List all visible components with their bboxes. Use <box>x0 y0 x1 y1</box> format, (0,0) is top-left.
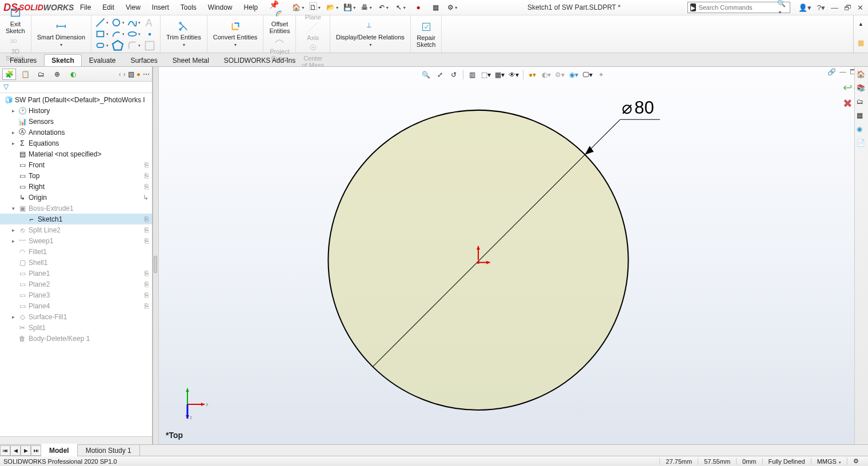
status-units[interactable]: MMGS ▾ <box>811 458 847 465</box>
ellipse-tool[interactable]: ▾ <box>127 29 141 39</box>
point-tool[interactable] <box>143 29 157 39</box>
tab-sheetmetal[interactable]: Sheet Metal <box>165 54 217 66</box>
expand-icon[interactable]: ▸ <box>10 108 16 114</box>
expand-icon[interactable]: ▸ <box>10 140 16 146</box>
line-tool[interactable]: ▾ <box>95 18 109 28</box>
offset-entities-button[interactable]: Offset Entities <box>267 7 292 34</box>
polygon-tool[interactable] <box>111 41 125 51</box>
user-icon[interactable]: 👤▾ <box>798 3 811 12</box>
tree-row[interactable]: ▸🗑Body-Delete/Keep 1 <box>0 333 152 344</box>
tab-first-icon[interactable]: ⏮ <box>0 445 10 456</box>
tree-root[interactable]: 🧊 SW Part (Default<<Default>_PhotoWorks … <box>0 94 152 105</box>
display-state-icon[interactable]: ⎘ <box>145 161 149 169</box>
circle-tool[interactable]: ▾ <box>111 18 125 28</box>
search-commands[interactable]: ▶ 🔍▼ <box>687 2 790 13</box>
panel-back-icon[interactable]: ‹ <box>119 70 121 78</box>
tree-row[interactable]: ▾▣Boss-Extrude1 <box>0 203 152 214</box>
home-button[interactable]: 🏠▼ <box>290 1 306 14</box>
tab-evaluate[interactable]: Evaluate <box>82 54 123 66</box>
chevron-down-icon[interactable]: ▼ <box>369 42 373 49</box>
tree-row[interactable]: ▸📊Sensors <box>0 116 152 127</box>
tab-addins[interactable]: SOLIDWORKS Add-Ins <box>217 54 303 66</box>
settings-button[interactable]: ⚙▼ <box>445 1 461 14</box>
flyout-cube-icon[interactable]: ▧ <box>128 70 134 78</box>
tree-row[interactable]: ▸✂Split1 <box>0 322 152 333</box>
repair-sketch-button[interactable]: Repair Sketch <box>414 21 438 48</box>
dimxpert-tab-icon[interactable]: ⊕ <box>50 69 64 80</box>
menu-help[interactable]: Help <box>238 0 264 15</box>
chevron-down-icon[interactable]: ▼ <box>234 42 238 49</box>
open-button[interactable]: 📂▼ <box>325 1 341 14</box>
tree-row[interactable]: ▸▭Plane1⎘ <box>0 268 152 279</box>
tree-row[interactable]: ▸▭Plane2⎘ <box>0 279 152 290</box>
display-state-icon[interactable]: ⎘ <box>145 172 149 180</box>
display-state-icon[interactable]: ⎘ <box>145 226 149 234</box>
exit-sketch-button[interactable]: Exit Sketch <box>3 7 27 34</box>
expand-icon[interactable]: ▾ <box>10 206 16 211</box>
convert-entities-button[interactable]: Convert Entities ▼ <box>211 20 260 49</box>
expand-icon[interactable]: ▸ <box>10 130 16 135</box>
search-input[interactable] <box>698 4 777 11</box>
plane-sketch-tool[interactable] <box>143 41 157 51</box>
fillet-tool[interactable]: ▾ <box>127 41 141 51</box>
save-button[interactable]: 💾▼ <box>342 1 358 14</box>
panel-scrollbar[interactable] <box>0 436 152 444</box>
task-pane-icon[interactable]: ▦ <box>858 39 864 47</box>
tree-row[interactable]: ▸🕑History <box>0 105 152 116</box>
help-icon[interactable]: ?▾ <box>817 3 825 12</box>
property-tab-icon[interactable]: 📋 <box>18 69 32 80</box>
tree-row[interactable]: ▸▭Plane3⎘ <box>0 290 152 300</box>
rebuild-button[interactable]: ● <box>410 1 426 14</box>
minimize-button[interactable]: — <box>831 3 838 12</box>
center-of-mass-button[interactable]: Center of Mass <box>299 41 326 69</box>
model-tab[interactable]: Model <box>41 444 78 456</box>
tree-row[interactable]: ▸▭Front⎘ <box>0 159 152 170</box>
search-category-icon[interactable]: ▶ <box>690 3 697 11</box>
menu-edit[interactable]: Edit <box>97 0 120 15</box>
tree-row[interactable]: ▸ⒶAnnotations <box>0 127 152 138</box>
tree-row[interactable]: ▸〰Sweep1⎘ <box>0 235 152 246</box>
display-state-icon[interactable]: ⎘ <box>145 270 149 278</box>
menu-insert[interactable]: Insert <box>146 0 175 15</box>
tree-row[interactable]: ▸◇Surface-Fill1 <box>0 311 152 322</box>
splitter-handle[interactable] <box>153 67 159 444</box>
arc-tool[interactable]: ▾ <box>111 29 125 39</box>
tree-row[interactable]: ▸⌐Sketch1⎘ <box>0 214 152 224</box>
display-state-icon[interactable]: ⎘ <box>145 215 149 223</box>
tree-row[interactable]: ▸▭Plane4⎘ <box>0 300 152 311</box>
tab-next-icon[interactable]: ▶ <box>21 445 31 456</box>
tree-row[interactable]: ▸▭Top⎘ <box>0 170 152 181</box>
motion-study-tab[interactable]: Motion Study 1 <box>78 445 140 456</box>
expand-icon[interactable]: ▸ <box>10 314 16 320</box>
tab-last-icon[interactable]: ⏭ <box>31 445 41 456</box>
chevron-down-icon[interactable]: ▼ <box>182 42 186 49</box>
tree-row[interactable]: ▸⎋Split Line2⎘ <box>0 224 152 235</box>
text-tool[interactable]: A <box>143 18 157 28</box>
menu-tools[interactable]: Tools <box>175 0 202 15</box>
tree-row[interactable]: ▸↳Origin↳ <box>0 192 152 203</box>
tree-row[interactable]: ▸ΣEquations <box>0 138 152 148</box>
undo-button[interactable]: ↶▼ <box>376 1 392 14</box>
display-relations-button[interactable]: ⊥ Display/Delete Relations ▼ <box>334 20 407 49</box>
tree-row[interactable]: ▸▭Right⎘ <box>0 181 152 192</box>
search-icon[interactable]: 🔍▼ <box>777 0 787 15</box>
options-button[interactable]: ▦ <box>427 1 443 14</box>
select-button[interactable]: ↖▼ <box>393 1 409 14</box>
display-tab-icon[interactable]: ◐ <box>66 69 80 80</box>
smart-dimension-button[interactable]: Smart Dimension ▼ <box>35 20 87 49</box>
ribbon-expand-icon[interactable]: ▲ <box>858 21 863 27</box>
tab-features[interactable]: Features <box>2 54 44 66</box>
tab-prev-icon[interactable]: ◀ <box>10 445 21 456</box>
display-state-icon[interactable]: ⎘ <box>145 183 149 191</box>
flyout-appear-icon[interactable]: ● <box>137 70 141 78</box>
print-button[interactable]: 🖶▼ <box>359 1 375 14</box>
display-state-icon[interactable]: ⎘ <box>145 237 149 245</box>
expand-icon[interactable]: ▸ <box>10 227 16 233</box>
close-button[interactable]: ✕ <box>857 3 863 12</box>
tab-sketch[interactable]: Sketch <box>44 54 81 66</box>
display-state-icon[interactable]: ⎘ <box>145 302 149 310</box>
tree-row[interactable]: ▸▤Material <not specified> <box>0 148 152 159</box>
menu-view[interactable]: View <box>120 0 146 15</box>
trim-entities-button[interactable]: Trim Entities ▼ <box>164 20 203 49</box>
expand-icon[interactable]: ▸ <box>10 238 16 244</box>
